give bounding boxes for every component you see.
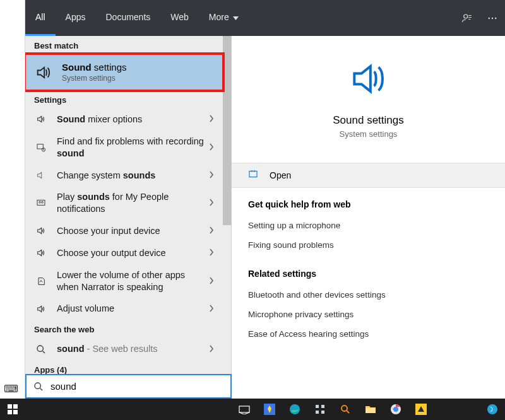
speaker-icon (34, 248, 48, 258)
section-settings: Settings (25, 90, 223, 108)
chevron-right-icon (209, 304, 214, 314)
troubleshoot-icon (34, 143, 48, 153)
speaker-icon (34, 114, 48, 124)
quick-help-header: Get quick help from web (248, 199, 489, 209)
svg-point-3 (495, 17, 496, 18)
tab-documents[interactable]: Documents (95, 0, 160, 36)
settings-result[interactable]: Find and fix problems with recording sou… (25, 131, 223, 165)
speaker-icon (34, 226, 48, 236)
svg-rect-19 (316, 405, 319, 408)
search-input-container[interactable] (25, 374, 232, 399)
best-match-title: Sound settings (62, 62, 127, 73)
explorer-icon[interactable] (358, 399, 383, 420)
svg-point-8 (42, 202, 44, 204)
settings-result[interactable]: Adjust volume (25, 298, 223, 320)
svg-rect-15 (13, 410, 18, 414)
scrollbar-thumb[interactable] (223, 36, 231, 225)
detail-title: Sound settings (333, 114, 403, 127)
svg-rect-21 (316, 411, 319, 414)
more-options-icon[interactable] (480, 13, 505, 24)
result-sound-settings[interactable]: Sound settings System settings (25, 54, 223, 90)
related-link[interactable]: Microphone privacy settings (248, 305, 489, 324)
chevron-right-icon (209, 344, 214, 354)
tab-all[interactable]: All (25, 0, 56, 36)
settings-result[interactable]: Sound mixer options (25, 108, 223, 131)
svg-rect-6 (37, 201, 45, 206)
people-icon (34, 198, 48, 208)
search-input[interactable] (50, 375, 230, 397)
chevron-right-icon (209, 226, 214, 236)
result-label: Choose your output device (57, 247, 209, 259)
chevron-right-icon (209, 276, 214, 286)
result-label: Lower the volume of other apps when Narr… (57, 269, 209, 293)
tab-web[interactable]: Web (160, 0, 199, 36)
settings-result[interactable]: Change system sounds (25, 165, 223, 187)
settings-result[interactable]: Lower the volume of other apps when Narr… (25, 264, 223, 298)
result-label: Find and fix problems with recording sou… (57, 136, 209, 160)
svg-point-18 (290, 404, 300, 414)
tab-apps[interactable]: Apps (56, 0, 96, 36)
search-icon (34, 344, 48, 354)
result-label: Sound mixer options (57, 114, 209, 125)
crop-gutter: ⌨ (0, 0, 25, 399)
svg-point-10 (35, 383, 40, 388)
svg-rect-16 (239, 406, 249, 412)
search-filters-bar: AllAppsDocumentsWebMore (25, 0, 505, 36)
quick-help-link[interactable]: Setting up a microphone (248, 216, 489, 235)
best-match-sub: System settings (62, 74, 127, 83)
speaker-icon (347, 57, 390, 103)
quick-help-link[interactable]: Fixing sound problems (248, 235, 489, 255)
taskbar-app-4[interactable] (333, 399, 358, 420)
svg-rect-22 (321, 411, 324, 414)
chrome-icon[interactable] (383, 399, 408, 420)
speaker-icon (34, 64, 53, 81)
svg-point-9 (37, 346, 43, 351)
settings-result[interactable]: Play sounds for My People notifications (25, 186, 223, 220)
speaker-icon (34, 304, 48, 314)
svg-rect-11 (249, 171, 257, 177)
result-label: Adjust volume (57, 303, 209, 315)
start-button[interactable] (0, 399, 25, 420)
taskbar-app-1[interactable] (257, 399, 282, 420)
web-result[interactable]: sound - See web results (25, 338, 223, 360)
taskbar-tray-icon[interactable] (480, 399, 505, 420)
related-header: Related settings (248, 269, 489, 279)
related-link[interactable]: Ease of Access hearing settings (248, 324, 489, 344)
chevron-right-icon (209, 143, 214, 153)
feedback-icon[interactable] (454, 13, 480, 24)
edge-icon[interactable] (282, 399, 307, 420)
speaker-muted-icon (34, 170, 48, 180)
detail-pane: Sound settings System settings Open Get … (232, 36, 505, 399)
result-label: Play sounds for My People notifications (57, 191, 209, 215)
chevron-right-icon (209, 114, 214, 124)
svg-rect-14 (8, 410, 12, 414)
svg-point-2 (492, 17, 493, 18)
search-results-panel: Best match Sound settings System setting… (25, 36, 232, 399)
result-label: Choose your input device (57, 225, 209, 237)
section-search-web: Search the web (25, 320, 223, 338)
svg-point-26 (393, 407, 398, 412)
taskbar-app-3[interactable] (307, 399, 333, 420)
svg-point-23 (342, 405, 347, 411)
settings-result[interactable]: Choose your input device (25, 220, 223, 242)
chevron-right-icon (209, 170, 214, 180)
svg-point-7 (39, 202, 41, 204)
related-link[interactable]: Bluetooth and other devices settings (248, 285, 489, 305)
task-view[interactable] (232, 399, 257, 420)
svg-point-0 (464, 15, 468, 18)
open-icon (248, 169, 262, 182)
chevron-right-icon (209, 248, 214, 258)
svg-rect-20 (321, 405, 324, 408)
taskbar-app-7[interactable] (408, 399, 434, 420)
svg-rect-4 (37, 144, 43, 148)
textbox-icon: ⌨ (4, 383, 18, 395)
settings-result[interactable]: Choose your output device (25, 242, 223, 264)
svg-point-1 (489, 17, 490, 18)
taskbar (0, 399, 505, 420)
chevron-down-icon (233, 12, 239, 22)
detail-sub: System settings (340, 129, 398, 139)
narrator-icon (34, 276, 48, 286)
tab-more[interactable]: More (199, 0, 249, 36)
open-action[interactable]: Open (232, 163, 505, 188)
result-label: Change system sounds (57, 170, 209, 182)
